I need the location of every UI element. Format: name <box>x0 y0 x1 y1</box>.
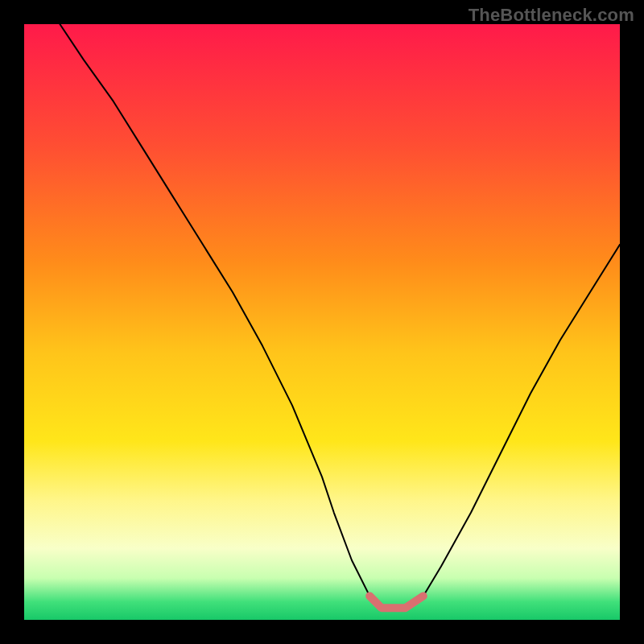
chart-frame <box>24 24 620 620</box>
watermark-text: TheBottleneck.com <box>469 5 634 26</box>
gradient-background <box>24 24 620 620</box>
bottleneck-chart <box>24 24 620 620</box>
